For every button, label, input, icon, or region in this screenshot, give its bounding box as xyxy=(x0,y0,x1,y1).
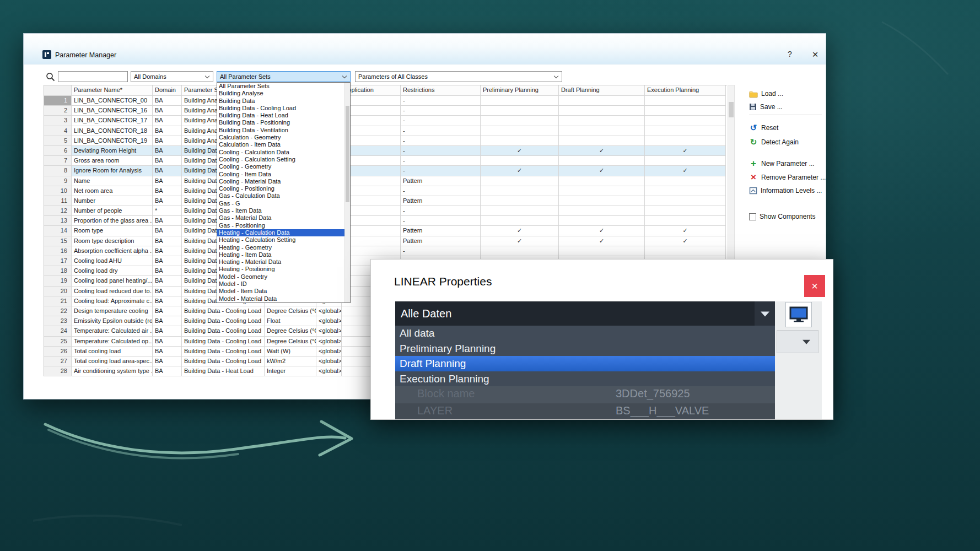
dropdown-item[interactable]: Cooling - Calculation Data xyxy=(217,149,350,156)
table-cell[interactable]: Cooling load panel heating/... xyxy=(72,276,153,286)
table-cell[interactable]: 26 xyxy=(44,347,72,356)
table-cell[interactable]: <global> xyxy=(316,326,342,336)
close-button[interactable]: × xyxy=(804,275,825,297)
table-cell[interactable]: * xyxy=(153,206,182,216)
table-cell[interactable]: Ignore Room for Analysis xyxy=(72,166,153,176)
table-row[interactable]: 11NumberBABuilding DataPattern xyxy=(44,196,727,206)
table-cell[interactable]: ✓ xyxy=(645,226,726,236)
column-header[interactable] xyxy=(44,85,72,96)
save-button[interactable]: Save ... xyxy=(749,101,783,112)
table-cell[interactable]: BA xyxy=(153,256,182,266)
table-row[interactable]: 5LIN_BA_CONNECTOR_19BABuilding Analyse- xyxy=(44,136,727,146)
column-header-restrictions[interactable]: Restrictions xyxy=(401,85,481,96)
dropdown-option[interactable]: Draft Planning xyxy=(395,356,775,371)
dropdown-item[interactable]: Building Data - Positioning xyxy=(217,119,350,126)
table-cell[interactable]: BA xyxy=(153,287,182,296)
table-cell[interactable]: Cooling load AHU xyxy=(72,256,153,266)
table-cell[interactable]: LIN_BA_CONNECTOR_16 xyxy=(72,106,153,116)
table-cell[interactable]: LIN_BA_CONNECTOR_19 xyxy=(72,136,153,146)
table-cell[interactable]: BA xyxy=(153,176,182,186)
table-cell[interactable]: 15 xyxy=(44,236,72,246)
dropdown-item[interactable]: Heating - Material Data xyxy=(217,258,350,266)
table-cell[interactable]: Pattern xyxy=(401,196,481,206)
dropdown-item[interactable]: Building Analyse xyxy=(217,90,350,97)
domains-dropdown[interactable]: All Domains xyxy=(131,71,213,82)
table-cell[interactable] xyxy=(645,96,726,106)
table-cell[interactable]: BA xyxy=(153,296,182,306)
table-cell[interactable]: <global> xyxy=(316,316,342,326)
table-cell[interactable]: BA xyxy=(153,366,182,376)
table-row[interactable]: 9NameBABuilding DataPattern xyxy=(44,176,727,186)
table-cell[interactable]: Pattern xyxy=(401,226,481,236)
table-cell[interactable]: Number xyxy=(72,196,153,206)
table-cell[interactable]: 14 xyxy=(44,226,72,236)
table-cell[interactable]: Design temperature cooling xyxy=(72,306,153,316)
table-row[interactable]: 7Gross area roomBABuilding Data- xyxy=(44,156,727,166)
table-cell[interactable]: BA xyxy=(153,166,182,176)
table-row[interactable]: 1LIN_BA_CONNECTOR_00BABuilding Analyse- xyxy=(44,96,727,106)
table-cell[interactable] xyxy=(645,246,726,256)
table-cell[interactable]: 19 xyxy=(44,276,72,286)
table-cell[interactable] xyxy=(342,226,401,236)
dropdown-option[interactable]: Execution Planning xyxy=(395,371,775,387)
table-cell[interactable] xyxy=(559,176,645,186)
table-cell[interactable]: 4 xyxy=(44,126,72,136)
show-components-checkbox[interactable] xyxy=(749,213,756,220)
table-cell[interactable] xyxy=(645,196,726,206)
table-cell[interactable]: 9 xyxy=(44,176,72,186)
detect-again-button[interactable]: ↻ Detect Again xyxy=(749,137,799,148)
dropdown-option[interactable]: Preliminary Planning xyxy=(395,341,775,356)
table-cell[interactable] xyxy=(559,106,645,116)
dropdown-item[interactable]: Calculation - Geometry xyxy=(217,134,350,141)
table-cell[interactable]: BA xyxy=(153,106,182,116)
load-button[interactable]: Load ... xyxy=(749,88,783,99)
dropdown-item[interactable]: Cooling - Geometry xyxy=(217,163,350,170)
table-row[interactable]: 15Room type descriptionBABuilding DataPa… xyxy=(44,236,727,246)
table-cell[interactable]: Cooling load dry xyxy=(72,266,153,276)
table-cell[interactable]: - xyxy=(401,186,481,196)
table-cell[interactable] xyxy=(645,176,726,186)
table-cell[interactable] xyxy=(481,96,559,106)
table-cell[interactable] xyxy=(559,196,645,206)
table-cell[interactable]: <global> xyxy=(316,366,342,376)
table-cell[interactable]: Watt (W) xyxy=(265,347,316,356)
chevron-down-icon[interactable] xyxy=(755,301,775,326)
scrollbar-thumb[interactable] xyxy=(729,102,734,117)
table-cell[interactable] xyxy=(559,126,645,136)
table-cell[interactable]: ✓ xyxy=(645,166,726,176)
table-row[interactable]: 13Proportion of the glass area ...BABuil… xyxy=(44,216,727,226)
table-cell[interactable]: Float xyxy=(265,316,316,326)
table-cell[interactable]: Degree Celsius (°C) xyxy=(265,337,316,347)
table-cell[interactable] xyxy=(481,136,559,146)
table-cell[interactable]: LIN_BA_CONNECTOR_00 xyxy=(72,96,153,106)
table-cell[interactable]: BA xyxy=(153,337,182,347)
dropdown-item[interactable]: Heating - Calculation Data xyxy=(217,229,350,236)
table-cell[interactable]: Absorption coefficient alpha ... xyxy=(72,246,153,256)
search-input[interactable] xyxy=(58,71,128,82)
dropdown-item[interactable]: Model - Item Data xyxy=(217,288,350,295)
table-cell[interactable] xyxy=(645,186,726,196)
table-cell[interactable] xyxy=(645,106,726,116)
table-cell[interactable] xyxy=(342,126,401,136)
table-cell[interactable]: LIN_BA_CONNECTOR_17 xyxy=(72,116,153,126)
table-row[interactable]: 10Net room areaBABuilding Data- xyxy=(44,186,727,196)
table-cell[interactable]: 3 xyxy=(44,116,72,126)
dropdown-item[interactable]: Model - Geometry xyxy=(217,273,350,280)
column-header-execution-planning[interactable]: Execution Planning xyxy=(645,85,726,96)
dropdown-item[interactable]: Model - Material Data xyxy=(217,295,350,302)
table-cell[interactable] xyxy=(481,246,559,256)
column-header-parameter-name[interactable]: Parameter Name* xyxy=(72,85,153,96)
table-cell[interactable] xyxy=(645,206,726,216)
table-cell[interactable]: ✓ xyxy=(481,146,559,156)
table-cell[interactable]: BA xyxy=(153,186,182,196)
table-cell[interactable] xyxy=(342,106,401,116)
table-cell[interactable]: BA xyxy=(153,326,182,336)
table-cell[interactable]: BA xyxy=(153,126,182,136)
table-cell[interactable]: 24 xyxy=(44,326,72,336)
table-cell[interactable]: BA xyxy=(153,246,182,256)
dropdown-item[interactable]: Heating - Positioning xyxy=(217,266,350,273)
dropdown-item[interactable]: Building Data - Heat Load xyxy=(217,112,350,119)
dropdown-item[interactable]: Heating - Calculation Setting xyxy=(217,236,350,244)
table-cell[interactable] xyxy=(645,126,726,136)
table-cell[interactable]: Room type description xyxy=(72,236,153,246)
